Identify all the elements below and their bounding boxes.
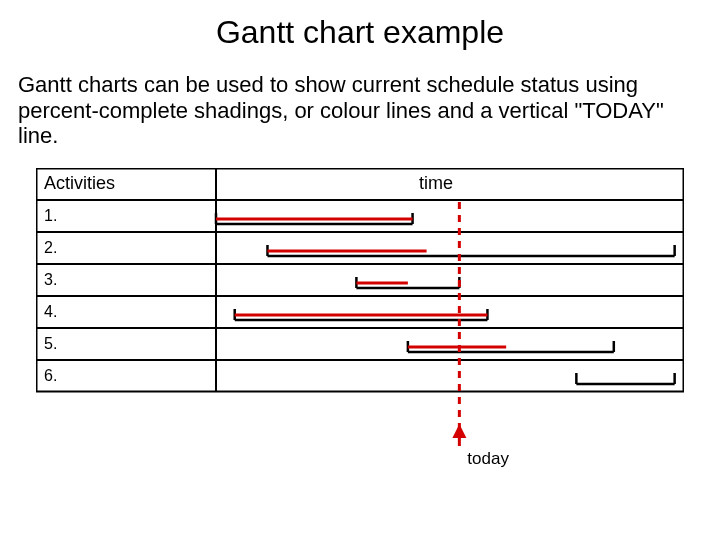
row-label-6: 6.: [44, 367, 57, 384]
row-label-4: 4.: [44, 303, 57, 320]
today-arrow-icon: [452, 424, 466, 438]
gantt-svg: Activitiestime1.2.3.4.5.6.today: [36, 168, 684, 488]
svg-rect-0: [37, 169, 684, 392]
header-time: time: [419, 173, 453, 193]
row-label-1: 1.: [44, 207, 57, 224]
gantt-chart: Activitiestime1.2.3.4.5.6.today: [36, 168, 684, 488]
slide-title: Gantt chart example: [0, 14, 720, 51]
row-label-3: 3.: [44, 271, 57, 288]
today-label: today: [467, 449, 509, 468]
slide-description: Gantt charts can be used to show current…: [18, 72, 702, 148]
row-label-5: 5.: [44, 335, 57, 352]
header-activities: Activities: [44, 173, 115, 193]
row-label-2: 2.: [44, 239, 57, 256]
